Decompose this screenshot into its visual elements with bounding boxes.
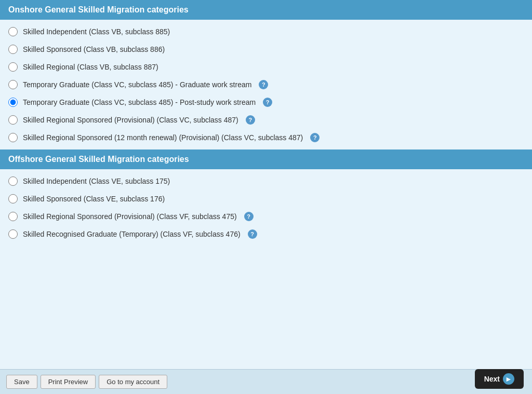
go-to-account-button[interactable]: Go to my account [99,375,167,389]
footer-bar: Save Print Preview Go to my account Next… [0,369,532,394]
list-item: Skilled Recognised Graduate (Temporary) … [0,225,532,243]
offshore-options-list: Skilled Independent (Class VE, subclass … [0,169,532,246]
radio-opt6[interactable] [8,115,18,125]
option-label[interactable]: Skilled Independent (Class VE, subclass … [23,177,170,185]
onshore-section-header: Onshore General Skilled Migration catego… [0,0,532,20]
radio-opt10[interactable] [8,212,18,221]
list-item: Skilled Independent (Class VB, subclass … [0,23,532,40]
help-icon[interactable]: ? [310,133,320,142]
main-content: Onshore General Skilled Migration catego… [0,0,532,369]
option-label[interactable]: Skilled Regional Sponsored (Provisional)… [23,212,237,221]
help-icon[interactable]: ? [263,98,272,107]
radio-opt3[interactable] [8,62,18,72]
option-label[interactable]: Temporary Graduate (Class VC, subclass 4… [23,98,256,106]
radio-opt9[interactable] [8,194,18,203]
option-label[interactable]: Skilled Regional Sponsored (Provisional)… [23,116,238,124]
radio-opt7[interactable] [8,133,18,142]
list-item: Skilled Regional Sponsored (Provisional)… [0,208,532,225]
list-item: Skilled Regional Sponsored (12 month ren… [0,129,532,146]
option-label[interactable]: Temporary Graduate (Class VC, subclass 4… [23,80,251,89]
radio-opt1[interactable] [8,27,18,36]
list-item: Temporary Graduate (Class VC, subclass 4… [0,93,532,111]
list-item: Skilled Sponsored (Class VE, subclass 17… [0,190,532,208]
radio-opt8[interactable] [8,176,18,186]
option-label[interactable]: Skilled Sponsored (Class VE, subclass 17… [23,195,165,203]
radio-opt11[interactable] [8,229,18,239]
radio-opt5[interactable] [8,98,18,107]
option-label[interactable]: Skilled Regional (Class VB, subclass 887… [23,63,158,71]
option-label[interactable]: Skilled Recognised Graduate (Temporary) … [23,230,241,238]
offshore-section-header: Offshore General Skilled Migration categ… [0,150,532,169]
next-arrow-icon: ► [503,373,514,385]
next-button[interactable]: Next ► [475,369,524,389]
help-icon[interactable]: ? [259,80,268,89]
list-item: Skilled Regional (Class VB, subclass 887… [0,58,532,76]
list-item: Skilled Regional Sponsored (Provisional)… [0,111,532,129]
print-preview-button[interactable]: Print Preview [41,375,96,389]
help-icon[interactable]: ? [248,229,257,239]
option-label[interactable]: Skilled Regional Sponsored (12 month ren… [23,133,303,142]
radio-opt4[interactable] [8,80,18,89]
help-icon[interactable]: ? [244,212,254,221]
option-label[interactable]: Skilled Sponsored (Class VB, subclass 88… [23,45,165,53]
list-item: Skilled Sponsored (Class VB, subclass 88… [0,40,532,58]
save-button[interactable]: Save [6,375,37,389]
onshore-options-list: Skilled Independent (Class VB, subclass … [0,20,532,150]
list-item: Skilled Independent (Class VE, subclass … [0,172,532,190]
option-label[interactable]: Skilled Independent (Class VB, subclass … [23,28,170,36]
help-icon[interactable]: ? [246,115,255,125]
radio-opt2[interactable] [8,45,18,54]
list-item: Temporary Graduate (Class VC, subclass 4… [0,76,532,93]
